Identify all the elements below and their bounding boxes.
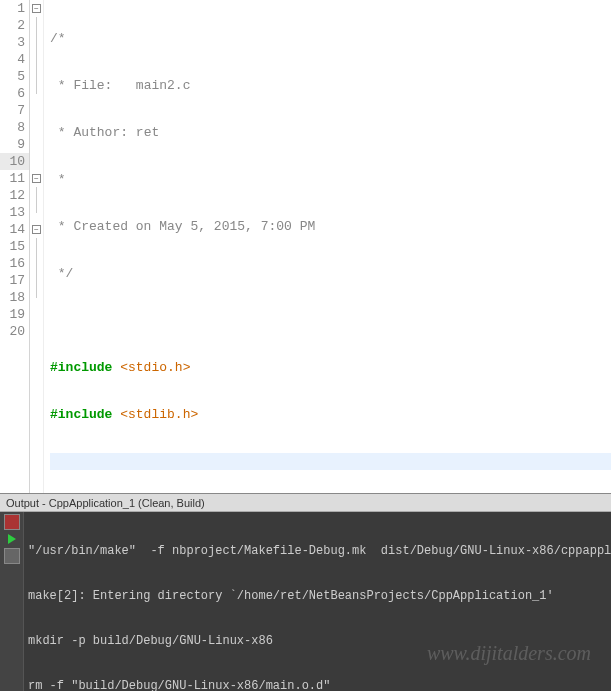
line-number: 16 (0, 255, 29, 272)
code-text: * (50, 172, 66, 187)
code-text: main2.c (136, 78, 191, 93)
fold-toggle-icon[interactable]: − (32, 4, 41, 13)
line-number: 13 (0, 204, 29, 221)
output-toolbar (0, 512, 24, 691)
line-number: 20 (0, 323, 29, 340)
output-header: Output - CppApplication_1 (Clean, Build) (0, 494, 611, 512)
line-number: 11 (0, 170, 29, 187)
code-text: <stdio.h> (120, 360, 190, 375)
current-line (50, 453, 611, 470)
line-number: 4 (0, 51, 29, 68)
line-number: 3 (0, 34, 29, 51)
line-number: 12 (0, 187, 29, 204)
line-number: 19 (0, 306, 29, 323)
fold-column[interactable]: − − − (30, 0, 44, 493)
console-line: make[2]: Entering directory `/home/ret/N… (28, 589, 607, 604)
code-text: * Author: (50, 125, 136, 140)
code-text: * File: (50, 78, 136, 93)
console-line: rm -f "build/Debug/GNU-Linux-x86/main.o.… (28, 679, 607, 691)
line-number: 17 (0, 272, 29, 289)
line-number: 8 (0, 119, 29, 136)
line-number: 2 (0, 17, 29, 34)
console-line: mkdir -p build/Debug/GNU-Linux-x86 (28, 634, 607, 649)
rerun-button-icon[interactable] (8, 534, 16, 544)
watermark-text: www.dijitalders.com (427, 646, 591, 661)
line-number: 9 (0, 136, 29, 153)
line-number: 15 (0, 238, 29, 255)
output-console[interactable]: "/usr/bin/make" -f nbproject/Makefile-De… (24, 512, 611, 691)
console-line: "/usr/bin/make" -f nbproject/Makefile-De… (28, 544, 607, 559)
code-text: <stdlib.h> (120, 407, 198, 422)
code-text: * Created on (50, 219, 159, 234)
code-text: ret (136, 125, 159, 140)
code-text: */ (50, 266, 73, 281)
code-text: #include (50, 407, 120, 422)
stop-button-icon[interactable] (4, 514, 20, 530)
output-panel: Output - CppApplication_1 (Clean, Build)… (0, 493, 611, 691)
line-number: 14 (0, 221, 29, 238)
code-area[interactable]: /* * File: main2.c * Author: ret * * Cre… (44, 0, 611, 493)
code-text: #include (50, 360, 120, 375)
line-number: 7 (0, 102, 29, 119)
line-number: 1 (0, 0, 29, 17)
fold-toggle-icon[interactable]: − (32, 225, 41, 234)
code-text: May 5, 2015, 7:00 PM (159, 219, 315, 234)
wrap-button-icon[interactable] (4, 548, 20, 564)
code-editor[interactable]: 1 2 3 4 5 6 7 8 9 10 11 12 13 14 15 16 1… (0, 0, 611, 493)
line-number: 6 (0, 85, 29, 102)
code-text: /* (50, 31, 73, 46)
line-number-gutter: 1 2 3 4 5 6 7 8 9 10 11 12 13 14 15 16 1… (0, 0, 30, 493)
line-number: 5 (0, 68, 29, 85)
line-number: 10 (0, 153, 29, 170)
line-number: 18 (0, 289, 29, 306)
fold-toggle-icon[interactable]: − (32, 174, 41, 183)
